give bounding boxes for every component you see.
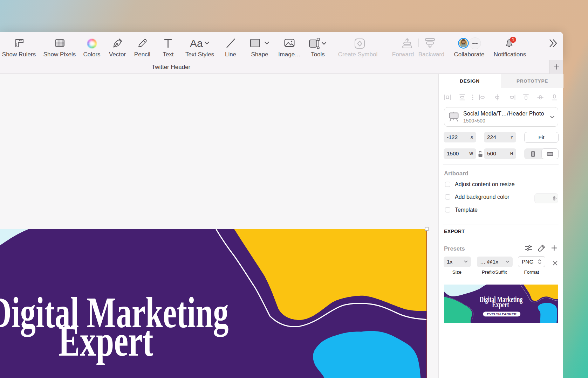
svg-text:Aa: Aa xyxy=(190,37,203,49)
svg-text:1: 1 xyxy=(512,37,514,42)
